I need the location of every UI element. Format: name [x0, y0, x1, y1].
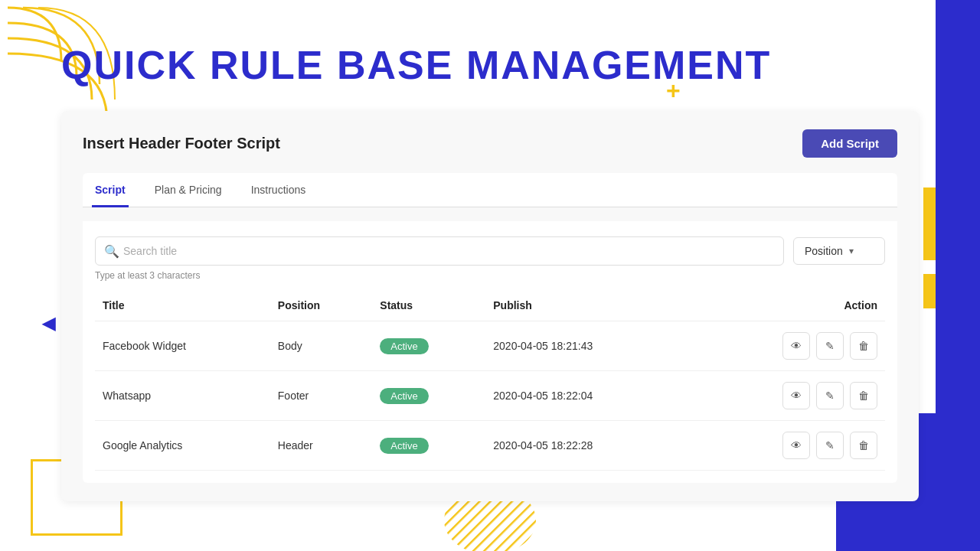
position-dropdown[interactable]: Position ▾: [793, 237, 885, 265]
card-title: Insert Header Footer Script: [83, 135, 280, 152]
tab-plan-pricing[interactable]: Plan & Pricing: [152, 173, 225, 207]
yellow-bar-decoration-1: [923, 187, 936, 260]
search-icon: 🔍: [104, 244, 119, 259]
cell-position: Footer: [270, 371, 372, 421]
delete-button[interactable]: 🗑: [850, 382, 877, 409]
cell-action: 👁 ✎ 🗑: [689, 421, 885, 471]
edit-button[interactable]: ✎: [816, 332, 844, 360]
edit-icon: ✎: [825, 390, 835, 402]
tabs-container: Script Plan & Pricing Instructions: [83, 173, 897, 207]
cell-status: Active: [372, 321, 485, 371]
add-script-button[interactable]: Add Script: [802, 129, 897, 158]
page-title: QUICK RULE BASE MANAGEMENT: [61, 42, 771, 88]
cell-position: Body: [270, 321, 372, 371]
status-badge: Active: [380, 388, 428, 404]
cell-publish: 2020-04-05 18:21:43: [485, 321, 689, 371]
cell-action: 👁 ✎ 🗑: [689, 321, 885, 371]
cell-action: 👁 ✎ 🗑: [689, 371, 885, 421]
edit-button[interactable]: ✎: [816, 382, 844, 409]
search-hint: Type at least 3 characters: [95, 270, 885, 281]
cell-position: Header: [270, 421, 372, 471]
cell-title: Google Analytics: [95, 421, 270, 471]
eye-icon: 👁: [791, 340, 802, 352]
yellow-bar-decoration-2: [923, 274, 936, 308]
status-badge: Active: [380, 438, 428, 454]
trash-icon: 🗑: [858, 340, 869, 352]
edit-icon: ✎: [825, 340, 835, 352]
scripts-table: Title Position Status Publish Action Fac…: [95, 293, 885, 471]
tab-instructions[interactable]: Instructions: [248, 173, 309, 207]
col-publish: Publish: [485, 293, 689, 321]
eye-icon: 👁: [791, 390, 802, 402]
delete-button[interactable]: 🗑: [850, 432, 877, 459]
search-row: 🔍 Position ▾: [95, 236, 885, 266]
table-row: Facebook Widget Body Active 2020-04-05 1…: [95, 321, 885, 371]
cell-publish: 2020-04-05 18:22:04: [485, 371, 689, 421]
edit-button[interactable]: ✎: [816, 432, 844, 459]
chevron-down-icon: ▾: [849, 246, 854, 256]
dropdown-label: Position: [805, 245, 843, 257]
eye-button[interactable]: 👁: [782, 382, 810, 409]
cell-status: Active: [372, 371, 485, 421]
cell-status: Active: [372, 421, 485, 471]
col-title: Title: [95, 293, 270, 321]
main-card: Insert Header Footer Script Add Script S…: [61, 111, 919, 501]
status-badge: Active: [380, 338, 428, 354]
tab-content: 🔍 Position ▾ Type at least 3 characters …: [83, 221, 897, 483]
col-action: Action: [689, 293, 885, 321]
search-wrapper: 🔍: [95, 236, 784, 266]
cell-title: Facebook Widget: [95, 321, 270, 371]
eye-icon: 👁: [791, 439, 802, 452]
trash-icon: 🗑: [858, 390, 869, 402]
col-status: Status: [372, 293, 485, 321]
table-header-row: Title Position Status Publish Action: [95, 293, 885, 321]
eye-button[interactable]: 👁: [782, 332, 810, 360]
blue-right-decoration: [936, 0, 980, 551]
edit-icon: ✎: [825, 439, 835, 452]
trash-icon: 🗑: [858, 439, 869, 452]
cell-publish: 2020-04-05 18:22:28: [485, 421, 689, 471]
card-header: Insert Header Footer Script Add Script: [83, 129, 897, 158]
table-row: Google Analytics Header Active 2020-04-0…: [95, 421, 885, 471]
left-arrow-decoration: ◀: [42, 314, 55, 334]
tab-script[interactable]: Script: [92, 173, 129, 207]
eye-button[interactable]: 👁: [782, 432, 810, 459]
table-row: Whatsapp Footer Active 2020-04-05 18:22:…: [95, 371, 885, 421]
search-input[interactable]: [95, 236, 784, 266]
cell-title: Whatsapp: [95, 371, 270, 421]
delete-button[interactable]: 🗑: [850, 332, 877, 360]
col-position: Position: [270, 293, 372, 321]
